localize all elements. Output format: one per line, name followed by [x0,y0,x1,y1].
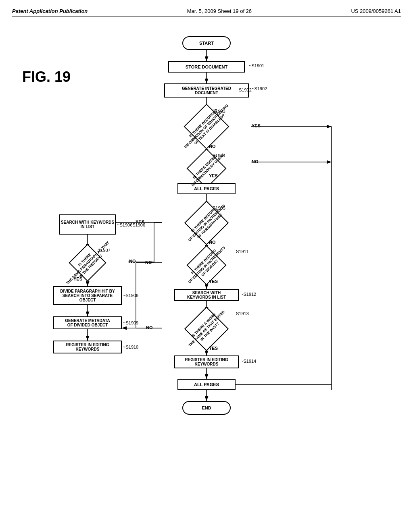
d1904-wrapper: IS THERE EDITING INFORMATION BY USER? [162,153,251,183]
d1911-wrapper: IS THERE RECORD OF EDITING IN INCREMENTS… [158,250,255,280]
all-pages-1-label: ALL PAGES [194,186,219,191]
start-node: START [182,36,231,50]
d1911-no: NO [145,260,152,265]
d1907-no: NO [129,259,136,264]
page-header: Patent Application Publication Mar. 5, 2… [12,8,401,17]
page: Patent Application Publication Mar. 5, 2… [0,0,413,532]
d1903-yes: YES [252,123,261,128]
d1913-yes: YES [209,346,218,351]
search-list-1906-label: SEARCH WITH KEYWORDS IN LIST [61,220,114,229]
divide-paragraph-node: DIVIDE PARAGRAPH HIT BY SEARCH INTO SEPA… [53,286,122,305]
d1913-wrapper: IS THERE A WORD THE SAME AS THAT EDITED … [158,312,255,345]
register-1914-node: REGISTER IN EDITING KEYWORDS [174,355,239,368]
search-list-1912-node: SEARCH WITH KEYWORDS IN LIST [174,289,239,301]
gen-integrated-node: GENERATE INTEGRATED DOCUMENT [164,83,249,98]
gen-metadata-node: GENERATE METADATA OF DIVIDED OBJECT [53,316,122,329]
s1910-label: ~S1910 [123,345,138,349]
s1906-label: ~S1906S1906 [117,222,145,227]
register-1910-label: REGISTER IN EDITING KEYWORDS [66,343,109,351]
d1905-no: NO [209,240,216,245]
d1913-no: NO [146,325,153,330]
gen-metadata-label: GENERATE METADATA OF DIVIDED OBJECT [65,318,110,327]
s1901-label: ~S1901 [249,63,264,68]
store-document-node: STORE DOCUMENT [168,61,245,73]
start-label: START [199,41,214,46]
search-list-1912-label: SEARCH WITH KEYWORDS IN LIST [187,291,226,299]
s1912-label: ~S1912 [241,292,256,297]
all-pages-2-label: ALL PAGES [194,382,219,387]
header-date-sheet: Mar. 5, 2009 Sheet 19 of 26 [187,8,252,14]
d1907-wrapper: IS THERE THE SAME PARAGRAPH AS THAT IN T… [47,249,128,277]
register-1914-label: REGISTER IN EDITING KEYWORDS [185,357,228,366]
s1908-label: ~S1908 [123,293,138,298]
d1903-no: NO [209,144,216,149]
s1902-label-alt: S1902 [239,87,252,92]
all-pages-2-node: ALL PAGES [177,379,236,390]
d1905-wrapper: IS THERE RECORD OF EDITING IN INCREMENTS… [158,206,255,239]
gen-integrated-label: GENERATE INTEGRATED DOCUMENT [182,86,231,95]
s1909-label: ~S1909 [123,320,138,325]
d1904-no: NO [252,159,259,164]
register-1910-node: REGISTER IN EDITING KEYWORDS [53,341,122,353]
d1911-yes: YES [209,279,218,284]
s1914-label: ~S1914 [241,359,256,364]
end-node: END [182,401,231,415]
header-patent-number: US 2009/0059261 A1 [351,8,401,14]
search-list-1906-node: SEARCH WITH KEYWORDS IN LIST [59,214,116,235]
header-publication: Patent Application Publication [12,8,88,14]
flowchart: START STORE DOCUMENT ~S1901 GENERATE INT… [25,25,388,521]
s1902-label: ~S1902 [252,86,267,91]
d1903-wrapper: IS THERE RECORDED INFORMATION OF WHICH E… [162,110,251,143]
end-label: END [202,405,211,410]
store-doc-label: STORE DOCUMENT [186,64,227,69]
d1904-yes: YES [209,173,218,178]
